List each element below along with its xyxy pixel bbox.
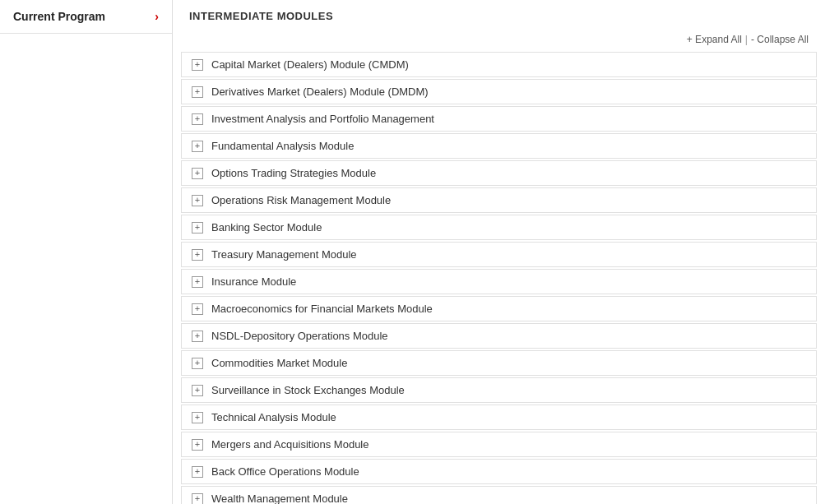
expand-collapse-bar: + Expand All | - Collapse All	[173, 30, 825, 52]
expand-icon[interactable]: +	[192, 141, 203, 152]
expand-icon[interactable]: +	[192, 493, 203, 505]
module-label: Back Office Operations Module	[211, 465, 359, 478]
section-title: INTERMEDIATE MODULES	[173, 0, 825, 30]
module-item[interactable]: +Mergers and Acquisitions Module	[181, 432, 817, 457]
module-item[interactable]: +Capital Market (Dealers) Module (CMDM)	[181, 52, 817, 77]
module-item[interactable]: +Fundamental Analysis Module	[181, 133, 817, 159]
collapse-all-link[interactable]: - Collapse All	[751, 34, 809, 45]
expand-icon[interactable]: +	[192, 168, 203, 179]
expand-icon[interactable]: +	[192, 466, 203, 478]
module-label: Banking Sector Module	[211, 221, 322, 234]
module-item[interactable]: +Insurance Module	[181, 269, 817, 294]
current-program-header[interactable]: Current Program ›	[0, 0, 172, 34]
expand-icon[interactable]: +	[192, 385, 203, 396]
separator: |	[745, 34, 748, 45]
module-item[interactable]: +Technical Analysis Module	[181, 405, 817, 430]
module-label: Insurance Module	[211, 275, 296, 288]
module-label: Treasury Management Module	[211, 248, 357, 261]
sidebar-title: Current Program	[13, 10, 105, 23]
module-item[interactable]: +Macroeconomics for Financial Markets Mo…	[181, 296, 817, 321]
module-label: Operations Risk Management Module	[211, 194, 391, 206]
module-list: +Capital Market (Dealers) Module (CMDM)+…	[173, 52, 825, 504]
expand-icon[interactable]: +	[192, 249, 203, 261]
expand-icon[interactable]: +	[192, 331, 203, 342]
sidebar: Current Program ›	[0, 0, 173, 504]
module-label: Surveillance in Stock Exchanges Module	[211, 384, 405, 396]
expand-icon[interactable]: +	[192, 412, 203, 423]
module-item[interactable]: +Derivatives Market (Dealers) Module (DM…	[181, 79, 817, 104]
main-container: Current Program › INTERMEDIATE MODULES +…	[0, 0, 825, 504]
sidebar-arrow-icon: ›	[155, 10, 159, 23]
module-label: Derivatives Market (Dealers) Module (DMD…	[211, 86, 429, 98]
module-item[interactable]: +Surveillance in Stock Exchanges Module	[181, 377, 817, 403]
expand-icon[interactable]: +	[192, 439, 203, 451]
module-item[interactable]: +Wealth Management Module	[181, 486, 817, 504]
module-label: Capital Market (Dealers) Module (CMDM)	[211, 58, 409, 71]
expand-icon[interactable]: +	[192, 86, 203, 98]
expand-icon[interactable]: +	[192, 222, 203, 234]
expand-icon[interactable]: +	[192, 303, 203, 315]
expand-icon[interactable]: +	[192, 113, 203, 125]
module-item[interactable]: +Back Office Operations Module	[181, 459, 817, 484]
module-item[interactable]: +Commodities Market Module	[181, 350, 817, 376]
module-label: Technical Analysis Module	[211, 411, 336, 423]
module-label: Options Trading Strategies Module	[211, 167, 376, 179]
expand-icon[interactable]: +	[192, 276, 203, 288]
expand-icon[interactable]: +	[192, 358, 203, 369]
module-item[interactable]: +Investment Analysis and Portfolio Manag…	[181, 106, 817, 132]
module-label: Wealth Management Module	[211, 492, 348, 504]
module-label: Commodities Market Module	[211, 357, 347, 369]
module-item[interactable]: +Operations Risk Management Module	[181, 187, 817, 213]
expand-all-link[interactable]: + Expand All	[687, 34, 742, 45]
module-item[interactable]: +Banking Sector Module	[181, 215, 817, 240]
module-label: Investment Analysis and Portfolio Manage…	[211, 113, 434, 125]
module-label: NSDL-Depository Operations Module	[211, 330, 388, 342]
expand-icon[interactable]: +	[192, 59, 203, 71]
module-label: Fundamental Analysis Module	[211, 140, 354, 152]
content-area: INTERMEDIATE MODULES + Expand All | - Co…	[173, 0, 825, 504]
module-item[interactable]: +Options Trading Strategies Module	[181, 160, 817, 186]
module-label: Macroeconomics for Financial Markets Mod…	[211, 303, 433, 315]
expand-icon[interactable]: +	[192, 195, 203, 206]
module-label: Mergers and Acquisitions Module	[211, 438, 369, 451]
module-item[interactable]: +Treasury Management Module	[181, 242, 817, 267]
module-item[interactable]: +NSDL-Depository Operations Module	[181, 323, 817, 349]
